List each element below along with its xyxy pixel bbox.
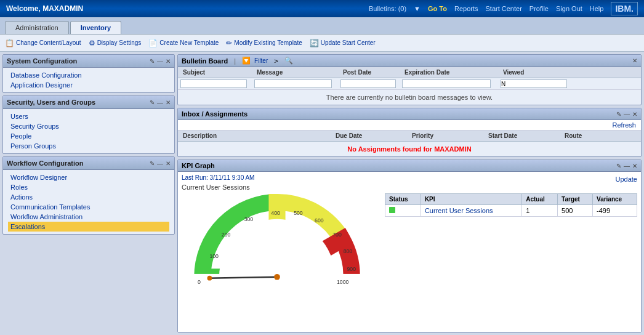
roles-link[interactable]: Roles bbox=[8, 182, 169, 192]
person-groups-link[interactable]: Person Groups bbox=[8, 141, 169, 151]
svg-text:500: 500 bbox=[294, 210, 303, 216]
modify-template-button[interactable]: ✏ Modify Existing Template bbox=[226, 39, 302, 47]
create-template-button[interactable]: 📄 Create New Template bbox=[148, 39, 219, 47]
create-template-icon: 📄 bbox=[148, 39, 158, 47]
search-icon[interactable]: 🔍 bbox=[284, 57, 293, 65]
workflow-edit-icon[interactable]: ✎ bbox=[150, 160, 155, 167]
start-center-link[interactable]: Start Center bbox=[486, 5, 522, 12]
change-content-button[interactable]: 📋 Change Content/Layout bbox=[5, 39, 81, 47]
security-minimize-icon[interactable]: — bbox=[157, 99, 163, 106]
kpi-update-link[interactable]: Update bbox=[616, 176, 637, 183]
col-expiration-date: Expiration Date bbox=[402, 68, 501, 76]
display-settings-button[interactable]: ⚙ Display Settings bbox=[89, 39, 142, 47]
col-viewed: Viewed bbox=[501, 68, 574, 76]
kpi-top-bar: Last Run: 3/11/11 9:30 AM Update bbox=[182, 174, 637, 184]
kpi-col-actual: Actual bbox=[522, 194, 558, 205]
workflow-administration-link[interactable]: Workflow Administration bbox=[8, 212, 169, 222]
workflow-designer-link[interactable]: Workflow Designer bbox=[8, 172, 169, 182]
workflow-title: Workflow Configuration bbox=[7, 159, 83, 167]
escalations-link[interactable]: Escalations bbox=[8, 222, 169, 232]
subject-filter-input[interactable] bbox=[180, 79, 247, 88]
system-config-minimize-icon[interactable]: — bbox=[157, 58, 163, 65]
col-subject: Subject bbox=[180, 68, 254, 76]
security-edit-icon[interactable]: ✎ bbox=[150, 99, 155, 106]
kpi-minimize-icon[interactable]: — bbox=[624, 163, 630, 169]
bulletin-filter-row bbox=[178, 78, 641, 90]
kpi-close-icon[interactable]: ✕ bbox=[632, 163, 637, 169]
goto-icon: ▼ bbox=[414, 5, 421, 12]
workflow-controls: ✎ — ✕ bbox=[150, 160, 171, 167]
inbox-col-start-date: Start Date bbox=[486, 132, 562, 140]
content-area: Bulletin Board | 🔽 Filter > 🔍 ✕ Subject … bbox=[177, 54, 642, 333]
database-config-link[interactable]: Database Configuration bbox=[8, 70, 169, 80]
svg-text:800: 800 bbox=[344, 248, 353, 254]
system-config-edit-icon[interactable]: ✎ bbox=[150, 58, 155, 65]
kpi-body: Last Run: 3/11/11 9:30 AM Update Current… bbox=[178, 172, 641, 332]
tab-inventory[interactable]: Inventory bbox=[70, 21, 122, 34]
toolbar: 📋 Change Content/Layout ⚙ Display Settin… bbox=[0, 34, 644, 52]
svg-text:1000: 1000 bbox=[337, 279, 349, 285]
help-link[interactable]: Help bbox=[590, 5, 604, 12]
viewed-filter-input[interactable] bbox=[501, 79, 567, 88]
svg-text:0: 0 bbox=[198, 279, 201, 285]
inbox-edit-icon[interactable]: ✎ bbox=[616, 111, 621, 118]
kpi-gauge: 0 100 200 300 400 500 600 bbox=[182, 193, 372, 292]
tab-administration[interactable]: Administration bbox=[5, 21, 69, 34]
postdate-filter-input[interactable] bbox=[340, 79, 396, 88]
svg-text:100: 100 bbox=[209, 253, 219, 259]
bulletins-label: Bulletins: (0) bbox=[369, 5, 406, 12]
users-link[interactable]: Users bbox=[8, 111, 169, 121]
kpi-controls: ✎ — ✕ bbox=[616, 163, 637, 169]
kpi-status-dot bbox=[389, 207, 395, 213]
inbox-header: Inbox / Assignments ✎ — ✕ bbox=[178, 108, 641, 120]
expdate-filter-input[interactable] bbox=[402, 79, 491, 88]
filter-button[interactable]: Filter bbox=[254, 57, 268, 64]
welcome-text: Welcome, MAXADMIN bbox=[6, 4, 83, 13]
system-config-close-icon[interactable]: ✕ bbox=[166, 58, 171, 65]
kpi-name-cell: Current User Sessions bbox=[421, 205, 521, 217]
kpi-col-target: Target bbox=[558, 194, 593, 205]
profile-link[interactable]: Profile bbox=[529, 5, 549, 12]
message-filter-input[interactable] bbox=[254, 79, 332, 88]
bulletin-board-panel: Bulletin Board | 🔽 Filter > 🔍 ✕ Subject … bbox=[177, 54, 642, 105]
inbox-refresh-link[interactable]: Refresh bbox=[612, 121, 636, 129]
change-content-icon: 📋 bbox=[5, 39, 14, 47]
update-start-center-button[interactable]: 🔄 Update Start Center bbox=[310, 39, 376, 47]
kpi-last-run: Last Run: 3/11/11 9:30 AM bbox=[182, 174, 254, 181]
kpi-status-cell bbox=[385, 205, 421, 217]
kpi-edit-icon[interactable]: ✎ bbox=[616, 163, 621, 169]
header-bar: Welcome, MAXADMIN Bulletins: (0) ▼ Go To… bbox=[0, 0, 644, 17]
sign-out-link[interactable]: Sign Out bbox=[556, 5, 582, 12]
workflow-close-icon[interactable]: ✕ bbox=[166, 160, 171, 167]
bulletin-separator: | bbox=[234, 57, 236, 65]
security-groups-link[interactable]: Security Groups bbox=[8, 121, 169, 131]
tab-bar: Administration Inventory bbox=[0, 17, 644, 34]
workflow-header: Workflow Configuration ✎ — ✕ bbox=[3, 157, 174, 170]
ibm-logo: IBM. bbox=[611, 2, 638, 15]
communication-templates-link[interactable]: Communication Templates bbox=[8, 202, 169, 212]
svg-text:400: 400 bbox=[271, 210, 280, 216]
system-config-header: System Configuration ✎ — ✕ bbox=[3, 55, 174, 68]
reports-link[interactable]: Reports bbox=[454, 5, 478, 12]
gauge-area: 0 100 200 300 400 500 600 bbox=[182, 193, 379, 329]
workflow-minimize-icon[interactable]: — bbox=[157, 160, 163, 167]
security-close-icon[interactable]: ✕ bbox=[166, 99, 171, 106]
svg-text:600: 600 bbox=[315, 217, 324, 224]
kpi-col-variance: Variance bbox=[593, 194, 637, 205]
application-designer-link[interactable]: Application Designer bbox=[8, 80, 169, 90]
kpi-sessions-link[interactable]: Current User Sessions bbox=[425, 207, 493, 214]
kpi-sessions-label: Current User Sessions bbox=[182, 184, 637, 191]
svg-point-15 bbox=[207, 276, 212, 281]
kpi-target-cell: 500 bbox=[558, 205, 593, 217]
bulletin-title: Bulletin Board bbox=[182, 57, 228, 65]
actions-link[interactable]: Actions bbox=[8, 192, 169, 202]
inbox-close-icon[interactable]: ✕ bbox=[632, 111, 637, 118]
people-link[interactable]: People bbox=[8, 131, 169, 141]
security-controls: ✎ — ✕ bbox=[150, 99, 171, 106]
inbox-controls: ✎ — ✕ bbox=[616, 111, 637, 118]
kpi-col-kpi: KPI bbox=[421, 194, 521, 205]
goto-link[interactable]: Go To bbox=[428, 5, 447, 12]
inbox-table-header: Description Due Date Priority Start Date… bbox=[178, 131, 641, 142]
bulletin-close-icon[interactable]: ✕ bbox=[632, 57, 637, 64]
inbox-minimize-icon[interactable]: — bbox=[624, 111, 630, 118]
